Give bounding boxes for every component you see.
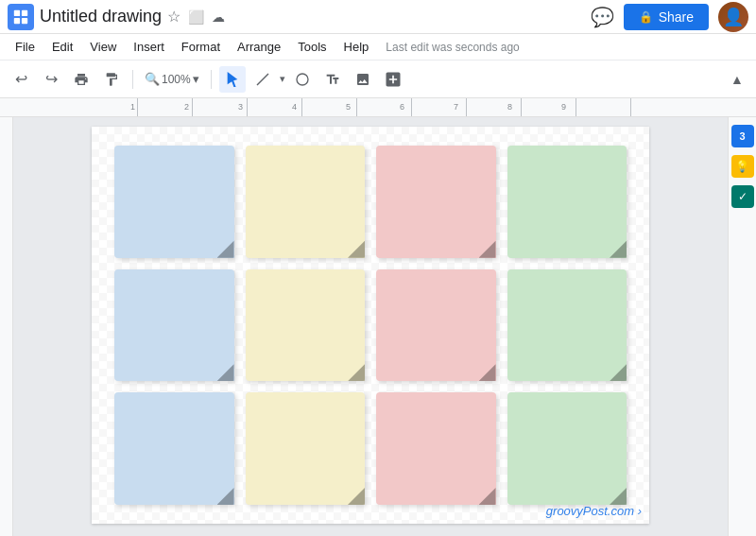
menu-bar: File Edit View Insert Format Arrange Too…	[0, 34, 756, 61]
menu-file[interactable]: File	[8, 37, 43, 57]
last-edit-status: Last edit was seconds ago	[386, 41, 519, 54]
ruler-strip: 1 2 3 4 5 6 7 8 9	[83, 98, 650, 116]
star-icon[interactable]: ☆	[167, 8, 180, 26]
ruler-num-4: 4	[292, 102, 297, 112]
menu-help[interactable]: Help	[336, 37, 377, 57]
canvas-container[interactable]: groovyPost.com ›	[13, 117, 728, 536]
shape-tool[interactable]	[289, 66, 316, 93]
ruler-num-9: 9	[561, 102, 566, 112]
menu-insert[interactable]: Insert	[126, 37, 172, 57]
sticky-note-green-1[interactable]	[507, 146, 627, 258]
ruler: 1 2 3 4 5 6 7 8 9	[0, 98, 756, 117]
sidebar-icon-check[interactable]: ✓	[731, 185, 754, 208]
svg-rect-1	[22, 9, 27, 15]
sticky-note-green-3[interactable]	[507, 392, 627, 505]
redo-button[interactable]: ↪	[38, 66, 64, 93]
insert-menu-button[interactable]	[380, 66, 406, 93]
ruler-num-1: 1	[130, 102, 135, 112]
zoom-dropdown[interactable]: 🔍 100% ▾	[141, 69, 203, 89]
sticky-note-pink-3[interactable]	[376, 392, 496, 505]
sticky-note-yellow-1[interactable]	[246, 146, 366, 258]
sticky-note-green-2[interactable]	[507, 269, 627, 382]
drawing-canvas[interactable]: groovyPost.com ›	[92, 127, 649, 524]
folder-icon[interactable]: ⬜	[188, 9, 204, 25]
collapse-toolbar-button[interactable]: ▲	[726, 68, 748, 91]
comment-icon[interactable]: 💬	[591, 6, 614, 28]
image-tool[interactable]	[350, 66, 376, 93]
zoom-chevron: ▾	[193, 72, 199, 86]
sidebar-icon-ideas[interactable]: 💡	[731, 155, 754, 178]
app-logo	[8, 4, 34, 30]
separator-1	[132, 70, 133, 89]
header-right: 💬 🔒 Share 👤	[591, 2, 748, 32]
sticky-note-blue-3[interactable]	[114, 392, 234, 505]
paint-format-button[interactable]	[98, 66, 125, 93]
cloud-icon[interactable]: ☁	[212, 9, 225, 25]
textbox-tool[interactable]	[319, 66, 346, 93]
print-button[interactable]	[68, 66, 94, 93]
ruler-num-8: 8	[507, 102, 512, 112]
notes-grid	[92, 127, 649, 524]
svg-rect-3	[22, 17, 27, 23]
menu-tools[interactable]: Tools	[290, 37, 334, 57]
share-label: Share	[659, 9, 694, 25]
ruler-num-6: 6	[400, 102, 404, 112]
sticky-note-yellow-3[interactable]	[246, 392, 366, 505]
sticky-note-pink-2[interactable]	[376, 269, 496, 382]
ruler-num-3: 3	[238, 102, 243, 112]
undo-button[interactable]: ↩	[8, 66, 34, 93]
svg-rect-2	[14, 17, 20, 23]
sticky-note-blue-2[interactable]	[114, 269, 234, 382]
document-title[interactable]: Untitled drawing	[40, 7, 162, 26]
sidebar-icon-notifications[interactable]: 3	[731, 125, 754, 147]
avatar[interactable]: 👤	[718, 2, 748, 32]
menu-edit[interactable]: Edit	[44, 37, 80, 57]
right-sidebar: 3 💡 ✓	[728, 117, 756, 536]
sticky-note-pink-1[interactable]	[376, 146, 496, 258]
watermark: groovyPost.com ›	[546, 504, 642, 518]
sticky-note-blue-1[interactable]	[114, 146, 234, 258]
title-icons: ☆ ⬜ ☁	[167, 8, 225, 26]
menu-format[interactable]: Format	[174, 37, 228, 57]
menu-view[interactable]: View	[82, 37, 124, 57]
line-dropdown[interactable]: ▾	[280, 73, 285, 85]
line-tool[interactable]	[249, 66, 276, 93]
watermark-arrow: ›	[638, 504, 642, 518]
toolbar: ↩ ↪ 🔍 100% ▾ ▾ ▲	[0, 61, 756, 98]
main-area: groovyPost.com › 3 💡 ✓	[0, 117, 756, 536]
zoom-label: 🔍	[145, 72, 160, 86]
menu-arrange[interactable]: Arrange	[230, 37, 288, 57]
watermark-text: groovyPost.com	[546, 504, 634, 518]
svg-line-4	[257, 74, 268, 85]
ruler-num-2: 2	[184, 102, 189, 112]
left-sidebar	[0, 117, 13, 536]
svg-point-5	[297, 74, 308, 85]
sticky-note-yellow-2[interactable]	[246, 269, 366, 382]
title-bar: Untitled drawing ☆ ⬜ ☁ 💬 🔒 Share 👤	[0, 0, 756, 34]
share-button[interactable]: 🔒 Share	[624, 4, 709, 30]
zoom-value: 100%	[162, 73, 191, 86]
separator-2	[211, 70, 212, 89]
ruler-num-7: 7	[454, 102, 458, 112]
select-tool[interactable]	[219, 66, 246, 93]
svg-rect-0	[14, 9, 20, 15]
lock-icon: 🔒	[639, 10, 653, 24]
ruler-num-5: 5	[346, 102, 351, 112]
